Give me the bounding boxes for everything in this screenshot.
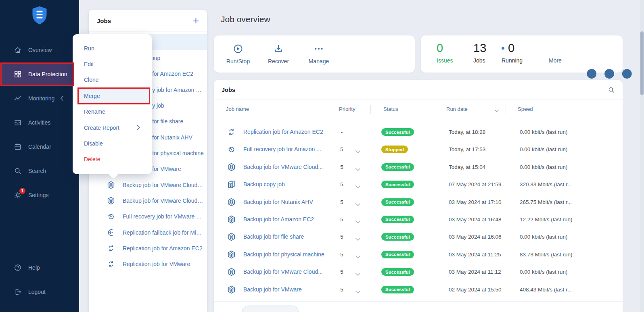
run-date-value: Today, at 17:53: [449, 141, 485, 158]
job-list-item[interactable]: Replication job for Amazon EC2: [89, 240, 207, 256]
sidebar-item-activities[interactable]: Activities: [0, 110, 79, 135]
column-header-priority[interactable]: Priority: [339, 106, 355, 112]
priority-dropdown-chevron-icon[interactable]: [355, 288, 361, 292]
column-header-job-name[interactable]: Job name: [226, 106, 249, 112]
sidebar-item-search[interactable]: Search: [0, 159, 79, 183]
job-list-item-label: Backup job for VMware Cloud Director: [123, 198, 204, 204]
job-name-link[interactable]: Backup job for physical machine: [243, 246, 335, 263]
backup-job-icon: [227, 232, 236, 241]
menu-item-delete[interactable]: Delete: [73, 152, 152, 167]
show-more-button[interactable]: [242, 306, 299, 312]
scrollbar-thumb[interactable]: [640, 31, 644, 95]
job-list-item[interactable]: Backup job for VMware Cloud Director: [89, 177, 207, 193]
job-name-link[interactable]: Backup job for file share: [243, 228, 335, 245]
menu-item-label: Edit: [84, 61, 94, 67]
menu-item-merge[interactable]: Merge: [73, 88, 152, 104]
job-name-link[interactable]: Replication job for Amazon EC2: [243, 123, 335, 141]
speed-value: 0.00 kbit/s (last run): [520, 123, 568, 141]
job-name-link[interactable]: Backup job for VMware Cloud...: [243, 158, 335, 176]
job-name-link[interactable]: Full recovery job for Amazon ...: [243, 141, 335, 158]
column-header-status[interactable]: Status: [383, 106, 398, 112]
status-badge: Successful: [381, 286, 414, 293]
job-list-item[interactable]: Full recovery job for VMware Cloud Direc…: [89, 209, 207, 225]
priority-dropdown-chevron-icon[interactable]: [355, 235, 361, 239]
run-date-value: 03 May 2024 at 11:25: [449, 246, 501, 263]
stat-running[interactable]: 0 Running: [502, 42, 523, 64]
table-row[interactable]: Backup job for Amazon EC2 5 Successful 0…: [214, 211, 623, 228]
sort-chevron-icon[interactable]: [494, 108, 499, 111]
table-row[interactable]: Backup job for file share 5 Successful 0…: [214, 228, 623, 245]
menu-item-clone[interactable]: Clone: [73, 72, 152, 88]
home-icon: [14, 46, 22, 54]
stat-more[interactable]: More: [549, 42, 562, 64]
stat-jobs[interactable]: 13 Jobs: [473, 42, 486, 64]
sidebar-item-label: Calendar: [28, 144, 51, 150]
job-list-item-label: Full recovery job for VMware Cloud Direc…: [123, 213, 204, 220]
priority-dropdown-chevron-icon[interactable]: [355, 148, 361, 152]
sidebar-item-settings[interactable]: 1 Settings: [0, 183, 79, 207]
backup-job-icon: [227, 162, 236, 172]
job-list-item[interactable]: Replication job for VMware: [89, 256, 207, 272]
table-row[interactable]: Full recovery job for Amazon ... 5 Stopp…: [214, 141, 623, 158]
job-name-link[interactable]: Backup job for Nutanix AHV: [243, 193, 335, 211]
job-name-link[interactable]: Backup job for VMware: [243, 281, 335, 298]
sidebar-item-help[interactable]: Help: [0, 256, 79, 280]
priority-dropdown-chevron-icon[interactable]: [355, 218, 361, 222]
manage-button[interactable]: Manage: [301, 35, 337, 73]
priority-dropdown-chevron-icon[interactable]: [355, 166, 361, 169]
backup-job-icon: [227, 198, 236, 207]
column-header-run-date[interactable]: Run date: [446, 106, 468, 112]
job-name-link[interactable]: Backup job for Amazon EC2: [243, 211, 335, 228]
scrollbar[interactable]: [640, 0, 644, 312]
priority-dropdown-chevron-icon[interactable]: [355, 253, 361, 257]
priority-value: 5: [336, 211, 347, 228]
collapse-chevron-icon[interactable]: [60, 96, 64, 101]
priority-dropdown-chevron-icon[interactable]: [355, 183, 361, 187]
menu-item-edit[interactable]: Edit: [73, 56, 152, 72]
priority-value: 5: [336, 193, 347, 211]
column-header-speed[interactable]: Speed: [518, 106, 533, 112]
sidebar-item-calendar[interactable]: Calendar: [0, 135, 79, 159]
app-window: Overview Data Protection Monitoring Acti…: [0, 0, 644, 312]
table-row[interactable]: Backup job for VMware Cloud... 5 Success…: [214, 158, 623, 176]
sidebar-item-overview[interactable]: Overview: [0, 38, 79, 62]
priority-dropdown-chevron-icon[interactable]: [355, 270, 361, 274]
table-column-headers: Job namePriorityStatusRun dateSpeed: [214, 100, 623, 119]
job-name-link[interactable]: Backup copy job: [243, 176, 335, 193]
stat-issues[interactable]: 0 Issues: [437, 42, 453, 64]
add-job-button[interactable]: +: [193, 15, 199, 26]
sidebar-item-logout[interactable]: Logout: [0, 280, 79, 304]
recover-button[interactable]: Recover: [260, 35, 297, 73]
table-row[interactable]: Backup job for Nutanix AHV 5 Successful …: [214, 193, 623, 211]
job-list-item[interactable]: Replication failback job for Microsoft H…: [89, 225, 207, 240]
priority-value: 5: [336, 176, 347, 193]
run-stop-button[interactable]: Run/Stop: [220, 35, 256, 73]
menu-item-run[interactable]: Run: [73, 40, 152, 56]
menu-item-label: Merge: [84, 93, 100, 99]
page-title: Job overview: [221, 15, 270, 24]
menu-item-disable[interactable]: Disable: [73, 135, 152, 151]
table-row[interactable]: Backup job for VMware Cloud... 5 Success…: [214, 263, 623, 281]
run-date-value: 03 May 2024 at 11:12: [449, 263, 501, 281]
status-badge: Successful: [381, 216, 414, 223]
search-icon[interactable]: [608, 86, 615, 94]
job-name-link[interactable]: Backup job for VMware Cloud...: [243, 263, 335, 281]
job-list-item-label: Replication job for Amazon EC2: [123, 245, 203, 252]
table-rows: Replication job for Amazon EC2 - Success…: [214, 123, 623, 298]
table-row[interactable]: Backup job for VMware 5 Successful 02 Ma…: [214, 281, 623, 298]
ellipsis-icon[interactable]: [549, 44, 559, 54]
sidebar-item-monitoring[interactable]: Monitoring: [0, 86, 79, 110]
status-badge: Successful: [381, 268, 414, 276]
table-row[interactable]: Backup copy job 5 Successful 07 May 2024…: [214, 176, 623, 193]
menu-item-create-report[interactable]: Create Report: [73, 120, 152, 135]
table-row[interactable]: Backup job for physical machine 5 Succes…: [214, 246, 623, 263]
running-dot-icon: [502, 47, 504, 50]
priority-dropdown-chevron-icon[interactable]: [355, 201, 361, 204]
failback-job-icon: [107, 228, 115, 237]
priority-value: -: [336, 123, 347, 141]
priority-value: 5: [336, 263, 347, 281]
table-row[interactable]: Replication job for Amazon EC2 - Success…: [214, 123, 623, 141]
shield-logo-icon[interactable]: [31, 6, 48, 25]
job-list-item[interactable]: Backup job for VMware Cloud Director: [89, 193, 207, 208]
menu-item-rename[interactable]: Rename: [73, 104, 152, 120]
